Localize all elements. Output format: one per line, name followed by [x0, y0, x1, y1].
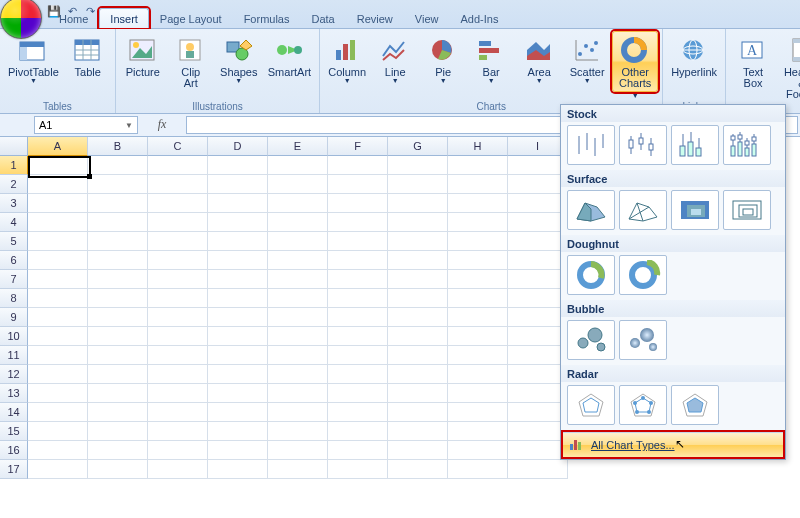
cell[interactable] — [268, 327, 328, 346]
cell[interactable] — [148, 213, 208, 232]
cell[interactable] — [388, 422, 448, 441]
stock-chart-3[interactable] — [671, 125, 719, 165]
cell[interactable] — [28, 460, 88, 479]
cell[interactable] — [208, 384, 268, 403]
cell[interactable] — [508, 289, 568, 308]
cell[interactable] — [268, 232, 328, 251]
cell[interactable] — [88, 460, 148, 479]
stock-chart-1[interactable] — [567, 125, 615, 165]
name-box[interactable]: A1▼ — [34, 116, 138, 134]
shapes-button[interactable]: Shapes▼ — [216, 31, 262, 92]
textbox-button[interactable]: A TextBox — [730, 31, 776, 92]
cell[interactable] — [508, 346, 568, 365]
cell[interactable] — [448, 194, 508, 213]
cell[interactable] — [268, 289, 328, 308]
cell[interactable] — [448, 175, 508, 194]
cell[interactable] — [388, 156, 448, 175]
cell[interactable] — [268, 213, 328, 232]
cell[interactable] — [508, 175, 568, 194]
cell[interactable] — [388, 441, 448, 460]
tab-home[interactable]: Home — [48, 8, 99, 28]
row-header[interactable]: 16 — [0, 441, 28, 460]
cell[interactable] — [148, 156, 208, 175]
cell[interactable] — [268, 384, 328, 403]
cell[interactable] — [328, 422, 388, 441]
cell[interactable] — [148, 403, 208, 422]
cell[interactable] — [268, 346, 328, 365]
cell[interactable] — [448, 460, 508, 479]
scatter-chart-button[interactable]: Scatter▼ — [564, 31, 610, 92]
cell[interactable] — [508, 384, 568, 403]
bubble-chart-2[interactable] — [619, 320, 667, 360]
cell[interactable] — [88, 232, 148, 251]
cell[interactable] — [268, 365, 328, 384]
cell[interactable] — [388, 327, 448, 346]
cell[interactable] — [148, 441, 208, 460]
cell[interactable] — [448, 365, 508, 384]
column-header[interactable]: G — [388, 137, 448, 156]
tab-review[interactable]: Review — [346, 8, 404, 28]
row-header[interactable]: 7 — [0, 270, 28, 289]
row-header[interactable]: 12 — [0, 365, 28, 384]
cell[interactable] — [448, 327, 508, 346]
line-chart-button[interactable]: Line▼ — [372, 31, 418, 92]
cell[interactable] — [88, 422, 148, 441]
radar-chart-1[interactable] — [567, 385, 615, 425]
column-header[interactable]: E — [268, 137, 328, 156]
cell[interactable] — [148, 422, 208, 441]
cell[interactable] — [268, 308, 328, 327]
cell[interactable] — [328, 460, 388, 479]
cell[interactable] — [388, 232, 448, 251]
cell[interactable] — [28, 308, 88, 327]
cell[interactable] — [148, 384, 208, 403]
cell[interactable] — [508, 213, 568, 232]
cell[interactable] — [28, 156, 88, 175]
cell[interactable] — [208, 156, 268, 175]
cell[interactable] — [88, 384, 148, 403]
tab-view[interactable]: View — [404, 8, 450, 28]
cell[interactable] — [388, 346, 448, 365]
pivottable-button[interactable]: PivotTable▼ — [4, 31, 63, 92]
row-header[interactable]: 17 — [0, 460, 28, 479]
cell[interactable] — [28, 365, 88, 384]
surface-chart-1[interactable] — [567, 190, 615, 230]
cell[interactable] — [448, 346, 508, 365]
cell[interactable] — [388, 308, 448, 327]
row-header[interactable]: 6 — [0, 251, 28, 270]
stock-chart-2[interactable] — [619, 125, 667, 165]
cell[interactable] — [28, 441, 88, 460]
cell[interactable] — [208, 308, 268, 327]
cell[interactable] — [508, 327, 568, 346]
cell[interactable] — [508, 422, 568, 441]
cell[interactable] — [508, 441, 568, 460]
cell[interactable] — [28, 327, 88, 346]
cell[interactable] — [148, 365, 208, 384]
column-header[interactable]: C — [148, 137, 208, 156]
cell[interactable] — [28, 175, 88, 194]
cell[interactable] — [28, 403, 88, 422]
doughnut-chart-1[interactable] — [567, 255, 615, 295]
hyperlink-button[interactable]: Hyperlink — [667, 31, 721, 92]
table-button[interactable]: Table — [65, 31, 111, 92]
cell[interactable] — [508, 270, 568, 289]
cell[interactable] — [508, 308, 568, 327]
row-header[interactable]: 13 — [0, 384, 28, 403]
cell[interactable] — [208, 403, 268, 422]
header-footer-button[interactable]: Header& Footer — [778, 31, 800, 92]
cell[interactable] — [448, 289, 508, 308]
stock-chart-4[interactable] — [723, 125, 771, 165]
cell[interactable] — [328, 213, 388, 232]
cell[interactable] — [208, 346, 268, 365]
select-all-corner[interactable] — [0, 137, 28, 156]
row-header[interactable]: 1 — [0, 156, 28, 175]
cell[interactable] — [148, 175, 208, 194]
smartart-button[interactable]: SmartArt — [264, 31, 315, 92]
cell[interactable] — [448, 422, 508, 441]
cell[interactable] — [208, 194, 268, 213]
row-header[interactable]: 11 — [0, 346, 28, 365]
row-header[interactable]: 14 — [0, 403, 28, 422]
cell[interactable] — [388, 289, 448, 308]
column-chart-button[interactable]: Column▼ — [324, 31, 370, 92]
bar-chart-button[interactable]: Bar▼ — [468, 31, 514, 92]
cell[interactable] — [28, 194, 88, 213]
